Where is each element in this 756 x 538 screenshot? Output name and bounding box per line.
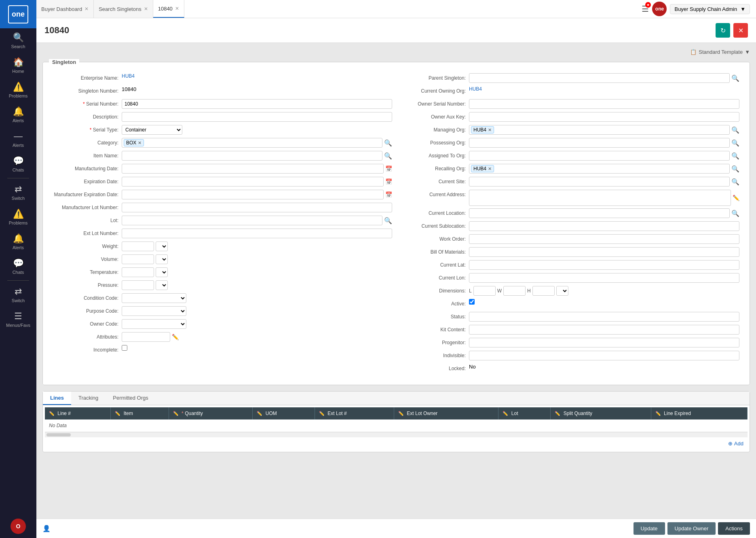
current-sublocation-input[interactable] — [469, 221, 739, 231]
managing-org-tag-area[interactable]: HUB4 ✕ — [469, 125, 730, 135]
exp-date-input[interactable] — [122, 177, 384, 186]
template-selector-button[interactable]: 📋 Standard Template ▼ — [690, 49, 750, 55]
pressure-input[interactable] — [122, 280, 154, 290]
update-button[interactable]: Update — [634, 522, 665, 535]
parent-singleton-input[interactable] — [469, 73, 730, 83]
mfg-lot-input[interactable] — [122, 203, 392, 212]
condition-code-select[interactable] — [122, 293, 186, 303]
scrollbar-thumb[interactable] — [46, 433, 71, 436]
col-item-edit-icon[interactable]: ✏️ — [115, 411, 120, 416]
user-area[interactable]: Buyer Supply Chain Admin ▼ — [670, 4, 750, 14]
col-ext-lot-owner-edit-icon[interactable]: ✏️ — [398, 411, 404, 416]
close-button[interactable]: ✕ — [733, 23, 748, 38]
category-tag-area[interactable]: BOX ✕ — [122, 138, 382, 148]
col-split-quantity-edit-icon[interactable]: ✏️ — [555, 411, 560, 416]
sidebar-item-home[interactable]: 🏠 Home — [0, 53, 36, 78]
sidebar-item-problems2[interactable]: ⚠️ Problems — [0, 205, 36, 229]
current-owning-org-link[interactable]: HUB4 — [469, 86, 482, 92]
enterprise-name-link[interactable]: HUB4 — [122, 73, 135, 79]
dim-unit-select[interactable] — [556, 286, 568, 296]
bill-of-materials-input[interactable] — [469, 247, 739, 257]
current-site-search-btn[interactable]: 🔍 — [731, 178, 739, 186]
recalling-org-search-btn[interactable]: 🔍 — [731, 165, 739, 173]
tab-10840[interactable]: 10840 ✕ — [153, 0, 184, 18]
dim-w-input[interactable] — [503, 286, 526, 296]
close-search-singletons[interactable]: ✕ — [144, 6, 148, 12]
col-uom-edit-icon[interactable]: ✏️ — [257, 411, 262, 416]
category-search-btn[interactable]: 🔍 — [384, 139, 392, 147]
owner-serial-num-input[interactable] — [469, 99, 739, 109]
sidebar-item-chats[interactable]: 💬 Chats — [0, 152, 36, 176]
weight-unit-select[interactable] — [156, 241, 168, 251]
sidebar-item-alerts[interactable]: 🔔 Alerts — [0, 102, 36, 127]
sidebar-item-chats2[interactable]: 💬 Chats — [0, 254, 36, 279]
mfg-date-cal-btn[interactable]: 📅 — [385, 165, 392, 172]
current-address-edit-btn[interactable]: ✏️ — [733, 195, 739, 201]
lot-search-btn[interactable]: 🔍 — [384, 217, 392, 225]
tab-search-singletons[interactable]: Search Singletons ✕ — [94, 0, 153, 18]
close-10840[interactable]: ✕ — [175, 6, 179, 11]
app-logo[interactable]: one — [8, 5, 28, 23]
col-line-num-edit-icon[interactable]: ✏️ — [49, 411, 55, 416]
col-line-expired-edit-icon[interactable]: ✏️ — [655, 411, 661, 416]
current-lat-input[interactable] — [469, 260, 739, 270]
work-order-input[interactable] — [469, 234, 739, 244]
remove-box-tag[interactable]: ✕ — [138, 140, 141, 146]
pressure-unit-select[interactable] — [156, 280, 168, 290]
sidebar-item-alerts2[interactable]: — Alerts — [0, 127, 36, 152]
managing-org-search-btn[interactable]: 🔍 — [731, 126, 739, 134]
possessing-org-search-btn[interactable]: 🔍 — [731, 139, 739, 147]
volume-unit-select[interactable] — [156, 254, 168, 264]
update-owner-button[interactable]: Update Owner — [667, 522, 716, 535]
description-input[interactable] — [122, 112, 392, 122]
item-name-input[interactable] — [122, 151, 382, 161]
sidebar-item-menus[interactable]: ☰ Menus/Favs — [0, 307, 36, 332]
mfg-date-input[interactable] — [122, 164, 384, 174]
sidebar-item-search[interactable]: 🔍 Search — [0, 28, 36, 53]
sidebar-item-alerts3[interactable]: 🔔 Alerts — [0, 229, 36, 254]
tab-lines[interactable]: Lines — [43, 392, 71, 405]
col-lot-edit-icon[interactable]: ✏️ — [503, 411, 508, 416]
ext-lot-input[interactable] — [122, 229, 392, 238]
kit-content-input[interactable] — [469, 325, 739, 335]
mfg-exp-date-cal-btn[interactable]: 📅 — [385, 191, 392, 198]
active-checkbox[interactable] — [469, 299, 475, 305]
sidebar-item-switch2[interactable]: ⇄ Switch — [0, 282, 36, 307]
exp-date-cal-btn[interactable]: 📅 — [385, 178, 392, 185]
weight-input[interactable] — [122, 241, 154, 251]
attributes-edit-btn[interactable]: ✏️ — [172, 334, 179, 340]
current-location-input[interactable] — [469, 208, 730, 218]
close-buyer-dashboard[interactable]: ✕ — [84, 6, 89, 12]
possessing-org-tag-area[interactable] — [469, 138, 730, 148]
tab-buyer-dashboard[interactable]: Buyer Dashboard ✕ — [36, 0, 94, 18]
serial-type-select[interactable]: Container — [122, 125, 182, 135]
dim-l-input[interactable] — [473, 286, 496, 296]
col-ext-lot-edit-icon[interactable]: ✏️ — [319, 411, 325, 416]
refresh-button[interactable]: ↻ — [716, 23, 730, 38]
mfg-exp-date-input[interactable] — [122, 190, 384, 199]
current-site-tag-area[interactable] — [469, 177, 730, 186]
remove-recalling-hub4[interactable]: ✕ — [488, 166, 492, 172]
remove-managing-hub4[interactable]: ✕ — [488, 127, 492, 133]
attributes-input[interactable] — [122, 332, 170, 342]
owner-aux-key-input[interactable] — [469, 112, 739, 122]
actions-button[interactable]: Actions — [718, 522, 750, 535]
add-line-button[interactable]: ⊕ Add — [728, 441, 743, 447]
incomplete-checkbox[interactable] — [122, 345, 127, 351]
temperature-input[interactable] — [122, 267, 154, 277]
tab-permitted-orgs[interactable]: Permitted Orgs — [106, 392, 155, 405]
sidebar-item-problems[interactable]: ⚠️ Problems — [0, 78, 36, 102]
dim-h-input[interactable] — [532, 286, 555, 296]
current-location-search-btn[interactable]: 🔍 — [731, 210, 739, 217]
assigned-to-org-search-btn[interactable]: 🔍 — [731, 152, 739, 160]
temperature-unit-select[interactable] — [156, 267, 168, 277]
purpose-code-select[interactable] — [122, 306, 186, 316]
item-name-search-btn[interactable]: 🔍 — [384, 152, 392, 160]
tab-tracking[interactable]: Tracking — [71, 392, 106, 405]
progenitor-input[interactable] — [469, 338, 739, 347]
user-avatar-sidebar[interactable]: O — [11, 519, 26, 534]
horizontal-scrollbar[interactable] — [45, 432, 748, 437]
assigned-to-org-tag-area[interactable] — [469, 151, 730, 161]
status-input[interactable] — [469, 312, 739, 322]
sidebar-item-switch[interactable]: ⇄ Switch — [0, 180, 36, 205]
